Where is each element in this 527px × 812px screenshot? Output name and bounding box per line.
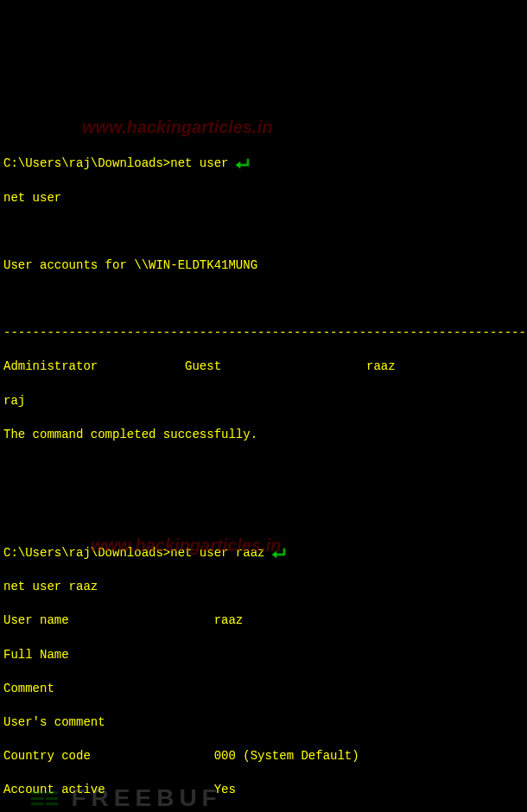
- prompt-1: C:\Users\raj\Downloads>net user: [3, 155, 228, 173]
- field-username: User name raaz: [3, 612, 524, 630]
- watermark-hackingarticles-1: www.hackingarticles.in: [82, 115, 272, 139]
- field-comment: Comment: [3, 681, 524, 698]
- blank: [3, 460, 524, 478]
- echo-line-1: net user: [3, 190, 524, 207]
- complete-1: The command completed successfully.: [3, 427, 524, 444]
- prompt-line-2[interactable]: C:\Users\raj\Downloads>net user raaz: [3, 545, 524, 562]
- echo-line-2: net user raaz: [3, 579, 524, 596]
- user-row-1: Administrator Guest raaz: [3, 358, 524, 376]
- enter-key-icon: [235, 157, 252, 171]
- prompt-2: C:\Users\raj\Downloads>net user raaz: [3, 545, 264, 562]
- enter-key-icon: [271, 547, 289, 561]
- blank: [3, 224, 524, 241]
- field-usercomment: User's comment: [3, 714, 524, 732]
- prompt-line-1[interactable]: C:\Users\raj\Downloads>net user: [3, 155, 524, 173]
- accounts-header: User accounts for \\WIN-ELDTK41MUNG: [3, 257, 524, 275]
- user-row-2: raj: [3, 393, 524, 410]
- blank: [3, 291, 524, 308]
- field-accountactive: Account active Yes: [3, 782, 524, 799]
- field-countrycode: Country code 000 (System Default): [3, 748, 524, 765]
- divider-1: ----------------------------------------…: [3, 325, 524, 342]
- field-fullname: Full Name: [3, 647, 524, 664]
- blank: [3, 494, 524, 511]
